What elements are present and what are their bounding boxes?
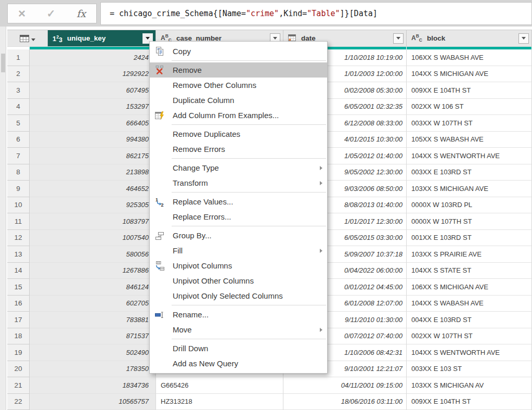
column-filter-dropdown[interactable] <box>518 33 529 44</box>
menu-item-replace-errors[interactable]: Replace Errors... <box>150 209 327 224</box>
column-header-unique_key[interactable]: 123unique_key <box>48 30 156 47</box>
cell-block[interactable]: 104XX S MICHIGAN AVE <box>407 66 532 83</box>
row-number[interactable]: 2 <box>7 66 30 83</box>
cell-block[interactable]: 106XX S MICHIGAN AVE <box>407 279 532 296</box>
cell-unique_key[interactable]: 10565757 <box>30 394 156 410</box>
row-number[interactable]: 16 <box>7 296 30 312</box>
cell-block[interactable]: 009XX E 104TH ST <box>407 82 532 99</box>
column-header-block[interactable]: ABCblock <box>407 30 532 47</box>
discard-formula-button[interactable]: × <box>18 7 25 20</box>
row-number[interactable]: 20 <box>7 361 30 378</box>
cell-unique_key[interactable]: 1083797 <box>30 213 156 230</box>
menu-item-unpivot-columns[interactable]: Unpivot Columns <box>150 258 327 273</box>
cell-block[interactable]: 103XX S MICHIGAN AVE <box>407 181 532 197</box>
menu-item-add-as-new-query[interactable]: Add as New Query <box>150 356 327 371</box>
cell-block[interactable]: 002XX W 107TH ST <box>407 328 532 345</box>
menu-item-remove[interactable]: Remove <box>150 62 327 78</box>
cell-case_number[interactable]: G665426 <box>156 377 283 394</box>
row-number[interactable]: 14 <box>7 263 30 279</box>
cell-unique_key[interactable]: 846124 <box>30 279 156 296</box>
cell-block[interactable]: 103XX S MICHIGAN AV <box>407 377 532 394</box>
menu-item-rename[interactable]: Rename... <box>150 307 327 322</box>
cell-block[interactable]: 0000X W 107TH ST <box>407 213 532 230</box>
row-number[interactable]: 18 <box>7 328 30 345</box>
cell-unique_key[interactable]: 1292922 <box>30 66 156 83</box>
cell-block[interactable]: 003XX W 107TH ST <box>407 115 532 132</box>
cell-unique_key[interactable]: 1834736 <box>30 377 156 394</box>
cell-unique_key[interactable]: 925305 <box>30 197 156 214</box>
cell-unique_key[interactable]: 602705 <box>30 296 156 312</box>
row-number[interactable]: 4 <box>7 99 30 116</box>
row-number[interactable]: 11 <box>7 213 30 230</box>
left-scrollbar[interactable] <box>0 27 6 410</box>
cell-case_number[interactable]: HZ313218 <box>156 394 283 410</box>
menu-item-group-by[interactable]: Group By... <box>150 228 327 243</box>
menu-item-fill[interactable]: Fill <box>150 243 327 258</box>
table-menu-button[interactable] <box>7 30 48 47</box>
cell-unique_key[interactable]: 607495 <box>30 82 156 99</box>
row-number[interactable]: 17 <box>7 312 30 328</box>
cell-block[interactable]: 0000X W 103RD PL <box>407 197 532 214</box>
cell-block[interactable]: 009XX E 104TH ST <box>407 394 532 410</box>
cell-block[interactable]: 004XX E 103RD ST <box>407 312 532 328</box>
row-number[interactable]: 8 <box>7 164 30 181</box>
cell-unique_key[interactable]: 502490 <box>30 344 156 361</box>
cell-unique_key[interactable]: 871537 <box>30 328 156 345</box>
row-number[interactable]: 6 <box>7 132 30 148</box>
cell-block[interactable]: 104XX S WABASH AVE <box>407 296 532 312</box>
row-number[interactable]: 3 <box>7 82 30 99</box>
cell-unique_key[interactable]: 178350 <box>30 361 156 378</box>
row-number[interactable]: 13 <box>7 246 30 263</box>
formula-input[interactable]: = chicago_crime_Schema{[Name="crime",Kin… <box>100 2 532 25</box>
cell-unique_key[interactable]: 153297 <box>30 99 156 116</box>
left-scrollbar-thumb[interactable] <box>1 54 5 72</box>
cell-block[interactable]: 104XX S STATE ST <box>407 263 532 279</box>
fx-button[interactable]: fx <box>76 9 86 19</box>
menu-item-remove-other-columns[interactable]: Remove Other Columns <box>150 78 327 93</box>
menu-item-move[interactable]: Move <box>150 322 327 337</box>
cell-unique_key[interactable]: 666405 <box>30 115 156 132</box>
row-number[interactable]: 12 <box>7 230 30 247</box>
cell-block[interactable]: 105XX S WABASH AVE <box>407 132 532 148</box>
menu-item-replace-values[interactable]: 1 2 Replace Values... <box>150 194 327 209</box>
menu-item-copy[interactable]: Copy <box>150 44 327 59</box>
column-filter-dropdown[interactable] <box>393 33 404 44</box>
cell-unique_key[interactable]: 1007540 <box>30 230 156 247</box>
cell-unique_key[interactable]: 862175 <box>30 148 156 164</box>
cell-block[interactable]: 003XX E 103RD ST <box>407 164 532 181</box>
cell-unique_key[interactable]: 783881 <box>30 312 156 328</box>
cell-unique_key[interactable]: 994380 <box>30 132 156 148</box>
row-number[interactable]: 15 <box>7 279 30 296</box>
cell-block[interactable]: 106XX S WABASH AVE <box>407 49 532 66</box>
row-number[interactable]: 7 <box>7 148 30 164</box>
cell-block[interactable]: 003XX E 103 ST <box>407 361 532 378</box>
menu-item-unpivot-other-columns[interactable]: Unpivot Other Columns <box>150 273 327 288</box>
menu-item-change-type[interactable]: Change Type <box>150 160 327 175</box>
cell-unique_key[interactable]: 464652 <box>30 181 156 197</box>
row-number[interactable]: 5 <box>7 115 30 132</box>
cell-block[interactable]: 001XX E 103RD ST <box>407 230 532 247</box>
row-number[interactable]: 10 <box>7 197 30 214</box>
menu-item-drill-down[interactable]: Drill Down <box>150 341 327 356</box>
cell-block[interactable]: 104XX S WENTWORTH AVE <box>407 344 532 361</box>
cell-date[interactable]: 18/06/2016 03:11:00 <box>283 394 407 410</box>
cell-unique_key[interactable]: 213898 <box>30 164 156 181</box>
commit-formula-button[interactable]: ✓ <box>47 8 56 19</box>
row-number[interactable]: 21 <box>7 377 30 394</box>
cell-block[interactable]: 103XX S PRAIRIE AVE <box>407 246 532 263</box>
menu-item-remove-errors[interactable]: Remove Errors <box>150 142 327 157</box>
cell-block[interactable]: 002XX W 106 ST <box>407 99 532 116</box>
cell-date[interactable]: 04/11/2001 09:15:00 <box>283 377 407 394</box>
menu-item-transform[interactable]: Transform <box>150 175 327 190</box>
row-number[interactable]: 19 <box>7 344 30 361</box>
menu-item-remove-duplicates[interactable]: Remove Duplicates <box>150 126 327 142</box>
cell-unique_key[interactable]: 1267886 <box>30 263 156 279</box>
menu-item-add-column-from-examples[interactable]: Add Column From Examples... <box>150 108 327 123</box>
menu-item-duplicate-column[interactable]: Duplicate Column <box>150 93 327 108</box>
cell-unique_key[interactable]: 2424 <box>30 49 156 66</box>
cell-unique_key[interactable]: 580056 <box>30 246 156 263</box>
row-number[interactable]: 1 <box>7 49 30 66</box>
cell-block[interactable]: 104XX S WENTWORTH AVE <box>407 148 532 164</box>
row-number[interactable]: 22 <box>7 394 30 410</box>
row-number[interactable]: 9 <box>7 181 30 197</box>
